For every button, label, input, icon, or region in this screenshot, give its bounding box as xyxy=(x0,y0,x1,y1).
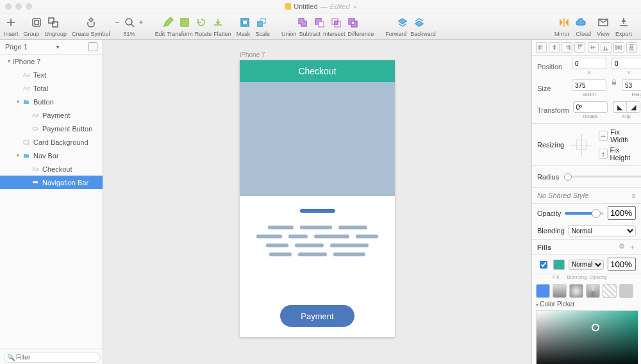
align-hcenter[interactable] xyxy=(549,42,560,53)
fill-mode-solid[interactable] xyxy=(536,284,550,298)
color-picker-title[interactable]: Color Picker xyxy=(536,301,637,308)
lock-icon[interactable] xyxy=(612,79,617,85)
toolbar-rotate[interactable] xyxy=(194,15,208,29)
layer-navigation-bar[interactable]: Navigation Bar xyxy=(0,176,103,189)
add-icon[interactable]: ＋ xyxy=(629,242,636,252)
artboard-text-placeholder xyxy=(240,196,395,305)
layer-payment[interactable]: Aa Payment xyxy=(0,108,103,122)
page-selector[interactable]: Page 1 ▾ xyxy=(0,40,103,54)
svg-text:Aa: Aa xyxy=(32,166,38,172)
size-width[interactable] xyxy=(572,79,606,91)
toolbar-ungroup[interactable] xyxy=(46,15,60,29)
flip-v-icon[interactable]: ◢ xyxy=(626,101,640,113)
fill-mode-radial[interactable] xyxy=(569,284,583,298)
layer-button-group[interactable]: ▾ Button xyxy=(0,95,103,108)
fill-mode-pattern[interactable] xyxy=(603,284,617,298)
toolbar-difference[interactable] xyxy=(345,15,360,29)
filter-input[interactable] xyxy=(4,352,101,363)
toolbar-backward[interactable] xyxy=(412,15,426,29)
layer-total[interactable]: Aa Total xyxy=(0,81,103,95)
svg-rect-0 xyxy=(33,19,40,26)
distribute-v[interactable] xyxy=(626,42,637,53)
folder-icon xyxy=(22,153,31,159)
toolbar-edit[interactable] xyxy=(161,15,175,29)
toolbar-union[interactable] xyxy=(296,15,310,29)
fix-height-icon[interactable]: ↕ xyxy=(599,149,607,159)
toolbar-intersect[interactable] xyxy=(329,15,343,29)
toolbar-forward[interactable] xyxy=(395,15,410,29)
rotate-field[interactable] xyxy=(573,101,608,113)
toolbar-insert[interactable]: Insert xyxy=(4,15,19,37)
color-cursor[interactable] xyxy=(592,324,599,331)
folder-icon xyxy=(22,99,31,105)
layer-payment-button[interactable]: Payment Button xyxy=(0,122,103,135)
align-left[interactable] xyxy=(536,42,547,53)
size-height[interactable] xyxy=(622,79,641,91)
artboard-body[interactable]: Checkout Payment xyxy=(240,60,395,337)
fix-width-icon[interactable]: ↔ xyxy=(599,131,608,141)
fill-mode-angular[interactable] xyxy=(586,284,600,298)
shared-style-select[interactable]: No Shared Style xyxy=(532,188,641,204)
artboard-label[interactable]: iPhone 7 xyxy=(240,51,395,58)
fill-opacity-field[interactable] xyxy=(608,258,636,271)
toolbar-mirror[interactable] xyxy=(557,15,571,29)
layer-checkout[interactable]: Aa Checkout xyxy=(0,162,103,176)
toolbar-zoom[interactable]: − + 81% xyxy=(115,15,144,37)
minimize-icon[interactable] xyxy=(15,3,22,10)
toolbar-mask[interactable] xyxy=(238,15,252,29)
toolbar-view[interactable]: View xyxy=(596,15,610,37)
flip-h-icon[interactable]: ◣ xyxy=(613,101,626,113)
close-icon[interactable] xyxy=(5,3,12,10)
resizing-constraint[interactable] xyxy=(570,134,592,156)
fill-swatch[interactable] xyxy=(553,260,565,270)
toolbar-subtract[interactable] xyxy=(312,15,326,29)
zoom-window-icon[interactable] xyxy=(26,3,32,10)
position-y[interactable] xyxy=(612,58,641,69)
svg-rect-11 xyxy=(319,22,324,27)
artboard-navbar-title: Checkout xyxy=(298,66,336,76)
fill-mode-noise[interactable] xyxy=(619,284,633,298)
toolbar-cloud[interactable] xyxy=(574,15,588,29)
layer-navbar-group[interactable]: ▾ Nav Bar xyxy=(0,149,103,162)
alignment-controls xyxy=(532,40,641,56)
toolbar-export[interactable]: Export xyxy=(615,15,632,37)
rect-icon xyxy=(22,139,31,145)
window-titlebar: Untitled — Edited xyxy=(0,0,641,13)
layer-tree: ▾ iPhone 7 Aa Text Aa Total ▾ Button Aa … xyxy=(0,54,103,349)
opacity-slider[interactable] xyxy=(565,212,604,215)
layer-card-bg[interactable]: Card Background xyxy=(0,135,103,149)
doc-title-text: Untitled xyxy=(294,3,317,10)
svg-rect-23 xyxy=(24,140,29,144)
canvas[interactable]: iPhone 7 Checkout Payment xyxy=(103,40,531,364)
layer-artboard[interactable]: ▾ iPhone 7 xyxy=(0,54,103,68)
toolbar-group[interactable] xyxy=(29,15,44,29)
color-sv-field[interactable] xyxy=(536,310,638,364)
fills-heading: Fills xyxy=(537,244,551,251)
toolbar-create-symbol[interactable]: Create Symbol xyxy=(72,15,110,37)
position-x[interactable] xyxy=(572,58,606,69)
resizing-label: Resizing xyxy=(537,141,564,149)
opacity-field[interactable] xyxy=(608,206,636,220)
fill-enabled-checkbox[interactable] xyxy=(540,261,547,269)
blending-select[interactable]: Normal xyxy=(569,225,636,236)
toolbar-transform[interactable] xyxy=(178,15,192,29)
distribute-h[interactable] xyxy=(613,42,624,53)
align-right[interactable] xyxy=(562,42,572,53)
align-vcenter[interactable] xyxy=(588,42,599,53)
text-icon: Aa xyxy=(22,85,31,92)
toolbar-flatten[interactable] xyxy=(211,15,225,29)
radius-slider[interactable] xyxy=(564,176,641,178)
fill-mode-linear[interactable] xyxy=(553,284,567,298)
fill-blend-select[interactable]: Normal xyxy=(569,260,604,270)
pages-icon[interactable] xyxy=(88,42,97,51)
align-top[interactable] xyxy=(574,42,585,53)
document-title[interactable]: Untitled — Edited xyxy=(285,3,356,10)
toolbar: Insert GroupUngroup Create Symbol − + 81… xyxy=(0,13,641,40)
toolbar-scale[interactable] xyxy=(254,15,269,29)
svg-text:Aa: Aa xyxy=(23,72,29,78)
layer-text[interactable]: Aa Text xyxy=(0,68,103,81)
doc-icon xyxy=(285,3,291,10)
gear-icon[interactable]: ⚙ xyxy=(619,242,625,252)
align-bottom[interactable] xyxy=(601,42,612,53)
chevron-down-icon[interactable] xyxy=(353,3,356,10)
